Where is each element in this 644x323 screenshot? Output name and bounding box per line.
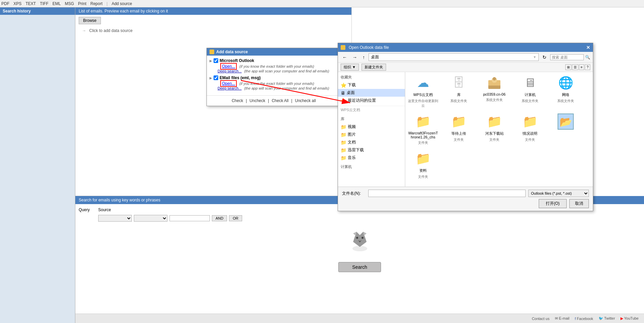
folder-item-recent[interactable]: ⭐ 最近访问的位置: [338, 97, 405, 104]
folder-item-video[interactable]: 📁 视频: [338, 123, 405, 131]
add-datasource-title: Add data source: [207, 48, 341, 56]
source-label: Source: [98, 207, 111, 212]
file-item-selected-folder[interactable]: 📂: [551, 114, 581, 145]
menu-tiff[interactable]: TIFF: [40, 1, 48, 6]
outlook-dialog-title: Open Outlook data file: [349, 45, 389, 50]
outlook-section-title: Microsoft Outlook: [220, 58, 254, 63]
contact-us-label: Contact us: [532, 317, 550, 321]
view-icons-button[interactable]: ⊞: [565, 64, 571, 70]
email-files-deep-link[interactable]: Deep search...: [218, 86, 242, 90]
filter-select-2[interactable]: [134, 215, 167, 222]
menu-text[interactable]: TEXT: [26, 1, 36, 6]
menu-eml[interactable]: EML: [52, 1, 61, 6]
outlook-deep-hint: (the app will scan your computer and fin…: [244, 69, 329, 73]
email-list-area: List of emails. Preview each email by cl…: [75, 7, 644, 196]
email-icon: ✉: [555, 316, 558, 320]
outlook-open-hint: (if you know the exact folder with your …: [239, 64, 314, 68]
cancel-button[interactable]: 取消: [569, 199, 589, 208]
svg-point-5: [493, 77, 496, 80]
open-outlook-dialog: Open Outlook data file ✕ ← → ↑ 桌面 ▼ ↻: [338, 43, 593, 211]
menu-print[interactable]: Print: [78, 1, 86, 6]
facebook-icon: f: [575, 317, 576, 321]
or-button[interactable]: OR: [229, 215, 242, 221]
folder-item-downloads[interactable]: ⭐ 下载: [338, 81, 405, 89]
folder-item-images[interactable]: 📁 图片: [338, 131, 405, 138]
filter-select-1[interactable]: [98, 215, 132, 222]
file-item-hedong[interactable]: 📁 河东下载站 文件夹: [479, 114, 509, 145]
folder-item-thunder[interactable]: 📁 迅雷下载: [338, 146, 405, 154]
file-item-library[interactable]: 🗄 库 系统文件夹: [444, 75, 474, 108]
file-item-computer[interactable]: 🖥 计算机 系统文件夹: [515, 75, 545, 108]
uncheck-all-btn[interactable]: Uncheck all: [295, 98, 316, 103]
outlook-left-panel: 收藏夹 ⭐ 下载 🖥 桌面 ⭐ 最近访问的位置 WPS云文档 库: [338, 72, 405, 187]
outlook-search-icon[interactable]: 🔍: [585, 55, 590, 60]
uncheck-btn[interactable]: Uncheck: [250, 98, 265, 103]
check-all-btn[interactable]: Check All: [272, 98, 289, 103]
organize-button[interactable]: 组织 ▼: [341, 64, 359, 71]
file-item-pc0359[interactable]: pc0359.cn-06 系统文件夹: [479, 75, 509, 108]
address-bar[interactable]: 桌面 ▼: [369, 53, 539, 61]
outlook-deep-link[interactable]: Deep search...: [218, 69, 242, 73]
menu-report[interactable]: Report: [90, 1, 103, 6]
email-files-deep-hint: (the app will scan your computer and fin…: [244, 86, 329, 90]
twitter-link[interactable]: 🐦 Twitter: [599, 316, 615, 321]
help-button[interactable]: ?: [585, 64, 590, 70]
file-item-qingkuang[interactable]: 📁 情况说明 文件夹: [515, 114, 545, 145]
menu-xps[interactable]: XPS: [13, 1, 22, 6]
filetype-select[interactable]: Outlook files (*.pst, *.ost): [528, 190, 589, 197]
add-source-menu[interactable]: Add source: [112, 1, 132, 6]
folder-item-docs[interactable]: 📁 文档: [338, 138, 405, 146]
search-history-label: Search history: [0, 7, 75, 15]
file-item-warcraft[interactable]: 📁 Warcraft3FrozenThrone1.26_chs 文件夹: [408, 114, 438, 145]
search-area: Search for emails using key words or phr…: [75, 196, 644, 323]
facebook-link[interactable]: f Facebook: [575, 317, 593, 321]
filter-input[interactable]: [169, 215, 210, 221]
filename-label: 文件名(N):: [342, 191, 366, 196]
add-datasource-dialog: Add data source ▶ Microsoft Outlook Open…: [206, 48, 341, 106]
check-btn[interactable]: Check: [232, 98, 243, 103]
svg-point-11: [362, 237, 364, 239]
email-files-open-hint: (if you know the exact folder with your …: [239, 82, 314, 86]
query-label: Query: [79, 207, 96, 212]
outlook-close-button[interactable]: ✕: [586, 45, 590, 50]
top-menu-bar: PDF XPS TEXT TIFF EML MSG Print Report |…: [0, 0, 644, 7]
refresh-button[interactable]: ↻: [541, 54, 548, 61]
view-list-button[interactable]: ☰: [572, 64, 578, 70]
outlook-right-panel: ☁ WPS云文档 这里文件自动更新到云 🗄 库 系统文件夹: [405, 72, 593, 187]
file-item-waiting-upload[interactable]: 📁 等待上传 文件夹: [444, 114, 474, 145]
forward-button[interactable]: →: [351, 54, 359, 61]
open-file-button[interactable]: 打开(O): [539, 199, 567, 208]
youtube-link[interactable]: ▶ YouTube: [620, 316, 639, 321]
menu-msg[interactable]: MSG: [65, 1, 74, 6]
footer: Contact us ✉ E-mail f Facebook 🐦 Twitter…: [75, 314, 644, 323]
email-files-section-title: EMail files (eml, msg): [220, 75, 261, 80]
outlook-checkbox[interactable]: [214, 58, 218, 63]
user-folder-icon: [487, 75, 502, 90]
svg-point-10: [356, 237, 358, 239]
email-link[interactable]: ✉ E-mail: [555, 316, 569, 321]
up-button[interactable]: ↑: [361, 54, 367, 61]
folder-item-desktop[interactable]: 🖥 桌面: [338, 89, 405, 97]
menu-pdf[interactable]: PDF: [1, 1, 9, 6]
youtube-icon: ▶: [620, 316, 623, 320]
email-files-checkbox[interactable]: [214, 75, 218, 80]
view-details-button[interactable]: ≡: [579, 64, 584, 70]
search-button[interactable]: Search: [338, 262, 381, 272]
back-button[interactable]: ←: [341, 54, 349, 61]
new-folder-button[interactable]: 新建文件夹: [362, 64, 386, 71]
file-item-wps-cloud[interactable]: ☁ WPS云文档 这里文件自动更新到云: [408, 75, 438, 108]
file-item-network[interactable]: 🌐 网络 系统文件夹: [551, 75, 581, 108]
outlook-search-input[interactable]: [550, 54, 584, 60]
sidebar-section-wps: WPS云文档: [338, 106, 405, 114]
folder-item-music[interactable]: 📁 音乐: [338, 154, 405, 162]
twitter-icon: 🐦: [599, 316, 603, 320]
sidebar: Search history: [0, 7, 75, 323]
and-button[interactable]: AND: [212, 215, 227, 221]
filename-input[interactable]: [368, 190, 526, 197]
search-mascot-icon: [350, 228, 370, 252]
browse-button[interactable]: Browse: [79, 17, 101, 24]
file-item-ziliao[interactable]: 📁 资料 文件夹: [408, 151, 438, 179]
